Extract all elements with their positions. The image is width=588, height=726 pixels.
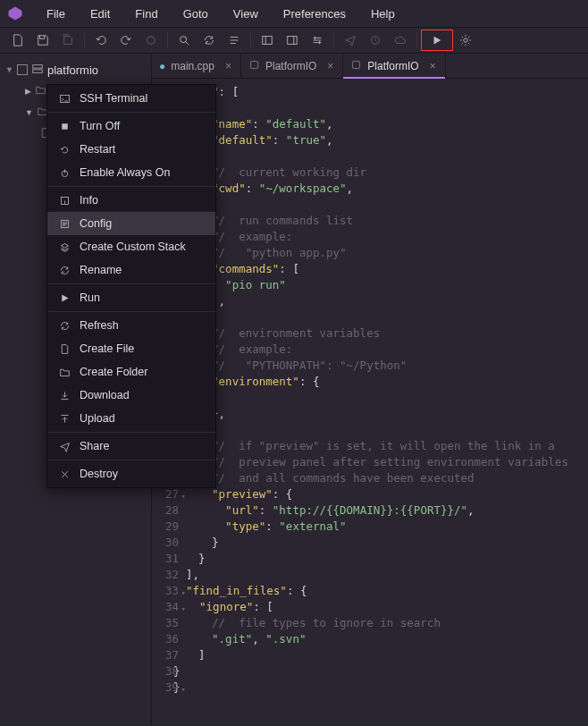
context-menu-turn-off[interactable]: Turn Off — [47, 114, 215, 138]
code-line[interactable] — [198, 148, 588, 165]
cloud-sync-icon[interactable] — [388, 30, 413, 51]
code-line[interactable]: "commands": [ — [198, 261, 588, 277]
code-line[interactable]: // if "preview" is set, it will open the… — [198, 438, 588, 454]
code-line[interactable]: } — [198, 551, 588, 567]
code-line[interactable]: "type": "external" — [198, 519, 588, 535]
editor-body[interactable]: 252627▾282930313233▾34▾3536373839▾ un": … — [152, 79, 588, 726]
code-line[interactable]: // example: — [198, 342, 588, 358]
tab-close-icon[interactable]: × — [327, 60, 333, 72]
code-line[interactable]: // preview panel after setting environme… — [198, 454, 588, 470]
code-line[interactable]: } — [173, 680, 588, 696]
code-line[interactable]: ], — [186, 567, 588, 583]
editor-tab[interactable]: PlatformIO× — [241, 54, 343, 78]
undo-icon[interactable] — [88, 30, 113, 51]
save-icon[interactable] — [30, 30, 55, 51]
menubar-view[interactable]: View — [221, 4, 271, 24]
context-menu-info[interactable]: Info — [47, 189, 215, 212]
code-line[interactable]: } — [198, 535, 588, 551]
code-line[interactable]: "url": "http://{{DOMAIN}}:{{PORT}}/", — [198, 502, 588, 519]
redo-icon[interactable] — [113, 30, 139, 51]
code-line[interactable]: "environment": { — [198, 374, 588, 390]
code-line[interactable]: // example: — [198, 229, 588, 245]
context-menu-restart[interactable]: Restart — [47, 138, 215, 161]
code-line[interactable] — [198, 197, 588, 213]
context-menu-create-custom-stack[interactable]: Create Custom Stack — [47, 235, 215, 258]
code-line[interactable]: // file types to ignore in search — [198, 615, 588, 631]
run-button-highlighted[interactable] — [421, 30, 453, 51]
code-line[interactable]: "find_in_files": { — [186, 583, 588, 599]
code-line[interactable]: "pio run" — [198, 277, 588, 293]
panel-right-icon[interactable] — [280, 30, 305, 51]
code-line[interactable]: ".git", ".svn" — [198, 631, 588, 647]
context-menu[interactable]: SSH TerminalTurn OffRestartEnable Always… — [46, 84, 216, 488]
context-menu-download[interactable]: Download — [47, 384, 215, 407]
code-line[interactable]: "cwd": "~/workspace", — [198, 181, 588, 197]
sync-icon[interactable] — [197, 30, 222, 51]
context-menu-run[interactable]: Run — [47, 286, 215, 309]
code-content[interactable]: un": [{ "name": "default", "default": "t… — [184, 79, 588, 726]
line-number: 36 — [152, 631, 179, 647]
editor-tab[interactable]: PlatformIO× — [343, 54, 445, 78]
code-line[interactable] — [198, 422, 588, 438]
code-line[interactable]: ], — [198, 293, 588, 309]
menubar-preferences[interactable]: Preferences — [271, 4, 358, 24]
fold-icon[interactable]: ▾ — [181, 681, 186, 697]
list-icon[interactable] — [222, 30, 247, 51]
menubar-edit[interactable]: Edit — [78, 4, 122, 24]
save-all-icon[interactable] — [55, 30, 80, 51]
file-icon — [58, 342, 71, 355]
editor-tab[interactable]: ●main.cpp× — [152, 54, 241, 78]
code-line[interactable]: // run commands list — [198, 213, 588, 229]
context-menu-label: Turn Off — [80, 120, 120, 132]
context-menu-rename[interactable]: Rename — [47, 258, 215, 282]
checkbox-icon[interactable] — [17, 64, 28, 75]
context-menu-upload[interactable]: Upload — [47, 407, 215, 430]
code-line[interactable]: }, — [198, 406, 588, 422]
code-line[interactable]: "default": "true", — [198, 132, 588, 148]
code-line[interactable] — [198, 390, 588, 406]
code-line[interactable]: // "python app.py" — [198, 245, 588, 261]
code-line[interactable]: ] — [198, 647, 588, 663]
code-line[interactable]: "preview": { — [198, 486, 588, 502]
send-icon[interactable] — [338, 30, 363, 51]
tab-close-icon[interactable]: × — [225, 60, 231, 72]
settings-gear-icon[interactable] — [453, 30, 478, 51]
toolbar-separator — [416, 32, 417, 48]
fold-icon[interactable]: ▾ — [181, 601, 186, 617]
tab-close-icon[interactable]: × — [430, 60, 436, 72]
context-menu-ssh-terminal[interactable]: SSH Terminal — [47, 87, 215, 110]
context-menu-label: SSH Terminal — [80, 92, 147, 105]
menubar-goto[interactable]: Goto — [171, 4, 221, 24]
code-line[interactable]: // "PYTHONPATH": "~/Python" — [198, 358, 588, 374]
code-line[interactable]: // current working dir — [198, 165, 588, 181]
menubar-find[interactable]: Find — [122, 4, 170, 24]
code-line[interactable]: // and all commands have been executed — [198, 470, 588, 486]
context-menu-config[interactable]: Config — [47, 212, 215, 235]
panel-left-icon[interactable] — [255, 30, 280, 51]
code-line[interactable]: "name": "default", — [198, 116, 588, 132]
code-line[interactable] — [198, 309, 588, 325]
context-menu-create-file[interactable]: Create File — [47, 337, 215, 360]
code-line[interactable]: // environment variables — [198, 325, 588, 342]
context-menu-create-folder[interactable]: Create Folder — [47, 360, 215, 384]
fold-icon[interactable]: ▾ — [181, 585, 186, 601]
new-file-icon[interactable] — [5, 30, 30, 51]
menubar-help[interactable]: Help — [358, 4, 407, 24]
redo-alt-icon[interactable] — [139, 30, 164, 51]
code-line[interactable]: } — [173, 663, 588, 680]
fold-icon[interactable]: ▾ — [181, 488, 186, 504]
panel-adjust-icon[interactable] — [305, 30, 330, 51]
context-menu-destroy[interactable]: Destroy — [47, 462, 215, 485]
menubar-file[interactable]: File — [34, 4, 78, 24]
history-icon[interactable] — [363, 30, 388, 51]
project-root[interactable]: ▼ platformio — [0, 59, 151, 80]
context-menu-enable-always-on[interactable]: Enable Always On — [47, 161, 215, 184]
search-icon[interactable] — [172, 30, 197, 51]
code-line[interactable]: { — [198, 100, 588, 116]
code-line[interactable]: un": [ — [198, 84, 588, 100]
context-menu-refresh[interactable]: Refresh — [47, 314, 215, 337]
svg-rect-3 — [263, 37, 273, 45]
code-line[interactable]: "ignore": [ — [186, 599, 588, 615]
context-menu-share[interactable]: Share — [47, 435, 215, 458]
play-icon[interactable] — [424, 30, 449, 51]
